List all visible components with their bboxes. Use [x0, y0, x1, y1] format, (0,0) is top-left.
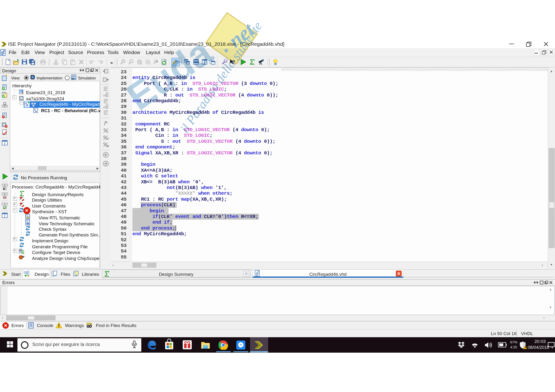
- svg-text:H: H: [35, 110, 37, 113]
- svg-text:ISim: ISim: [72, 78, 75, 79]
- svg-text:?: ?: [232, 59, 235, 65]
- svg-text:▶: ▶: [4, 187, 6, 190]
- svg-text:H: H: [26, 104, 28, 107]
